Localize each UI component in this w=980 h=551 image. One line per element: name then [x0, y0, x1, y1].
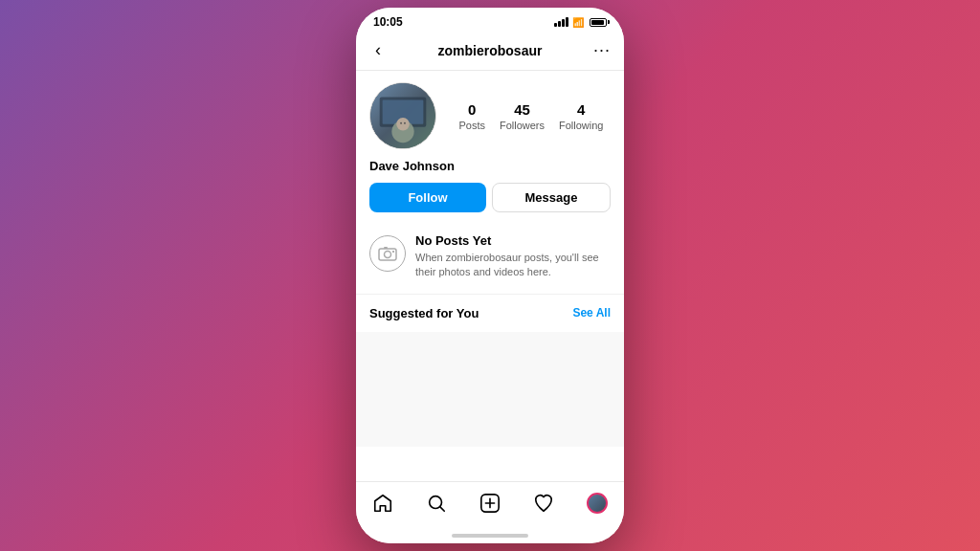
bottom-nav: [356, 481, 624, 530]
see-all-button[interactable]: See All: [572, 306, 611, 320]
no-posts-title: No Posts Yet: [415, 233, 611, 248]
following-label: Following: [559, 120, 603, 131]
empty-content-area: [356, 332, 624, 447]
stats-row: 0 Posts 45 Followers 4 Following: [452, 101, 611, 131]
profile-username: zombierobosaur: [438, 43, 543, 58]
svg-line-12: [440, 507, 444, 511]
add-icon: [479, 493, 501, 514]
status-time: 10:05: [373, 15, 403, 29]
back-button[interactable]: ‹: [369, 38, 387, 62]
followers-count: 45: [514, 101, 530, 119]
camera-icon: [369, 235, 406, 272]
svg-point-5: [400, 122, 402, 124]
suggested-title: Suggested for You: [369, 306, 479, 320]
heart-icon: [533, 493, 554, 514]
nav-profile[interactable]: [578, 490, 616, 517]
profile-info-row: 0 Posts 45 Followers 4 Following: [356, 71, 624, 159]
following-stat[interactable]: 4 Following: [559, 101, 603, 131]
search-icon: [426, 493, 447, 514]
no-posts-description: When zombierobosaur posts, you'll see th…: [415, 251, 611, 280]
svg-point-6: [404, 122, 406, 124]
suggested-header: Suggested for You See All: [369, 306, 611, 320]
action-buttons: Follow Message: [356, 183, 624, 224]
message-button[interactable]: Message: [492, 183, 611, 212]
nav-home[interactable]: [364, 490, 402, 517]
camera-svg: [378, 246, 397, 261]
nav-add[interactable]: [471, 490, 509, 517]
posts-count: 0: [468, 101, 476, 119]
signal-icon: [554, 17, 568, 27]
posts-stat[interactable]: 0 Posts: [458, 101, 485, 131]
nav-activity[interactable]: [524, 490, 563, 517]
nav-search[interactable]: [417, 490, 456, 517]
following-count: 4: [577, 101, 585, 119]
svg-point-4: [396, 118, 410, 131]
status-bar: 10:05 📶: [356, 8, 624, 33]
follow-button[interactable]: Follow: [369, 183, 486, 212]
svg-point-8: [385, 252, 391, 258]
posts-label: Posts: [458, 120, 485, 131]
no-posts-text: No Posts Yet When zombierobosaur posts, …: [415, 233, 611, 280]
nav-header: ‹ zombierobosaur ···: [356, 33, 624, 71]
more-options-button[interactable]: ···: [593, 40, 611, 60]
suggested-section: Suggested for You See All: [356, 295, 624, 332]
svg-rect-10: [392, 251, 394, 253]
followers-stat[interactable]: 45 Followers: [500, 101, 545, 131]
avatar-image: [370, 82, 435, 149]
indicator-bar: [452, 534, 528, 538]
profile-content: 0 Posts 45 Followers 4 Following Dave Jo…: [356, 71, 624, 481]
phone-frame: 10:05 📶 ‹ zombierobosaur ···: [356, 8, 624, 543]
wifi-icon: 📶: [572, 17, 584, 28]
profile-display-name: Dave Johnson: [356, 159, 624, 183]
svg-rect-9: [384, 247, 388, 249]
avatar: [369, 82, 436, 149]
followers-label: Followers: [500, 120, 545, 131]
home-icon: [372, 493, 393, 514]
home-indicator: [356, 530, 624, 543]
avatar-svg: [370, 82, 435, 149]
battery-icon: [590, 18, 607, 27]
status-icons: 📶: [554, 17, 607, 28]
no-posts-section: No Posts Yet When zombierobosaur posts, …: [356, 224, 624, 295]
nav-avatar: [587, 493, 608, 514]
